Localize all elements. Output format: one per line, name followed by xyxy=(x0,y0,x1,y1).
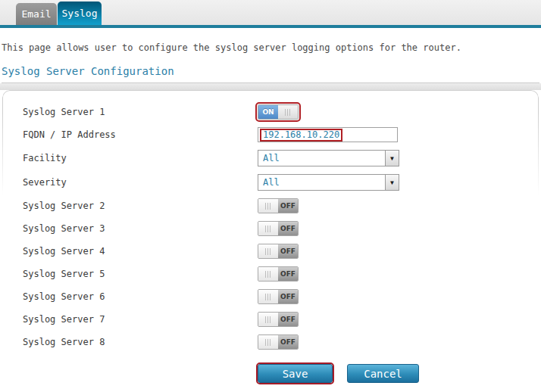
facility-select[interactable]: All ▼ xyxy=(258,150,399,166)
field-label: Syslog Server 4 xyxy=(2,246,258,257)
field-label: Facility xyxy=(2,153,258,163)
toggle-grip-icon xyxy=(258,244,278,258)
severity-select[interactable]: All ▼ xyxy=(258,174,399,191)
toggle-grip-icon xyxy=(258,290,278,303)
toggle-grip-icon xyxy=(258,335,278,349)
field-label: Syslog Server 2 xyxy=(2,201,258,211)
fqdn-ip-value: 192.168.10.220 xyxy=(260,129,342,142)
syslog-server-2-toggle[interactable]: OFF xyxy=(258,198,299,213)
form-row: Facility All ▼ xyxy=(2,146,539,170)
syslog-server-4-toggle[interactable]: OFF xyxy=(258,244,299,259)
header-divider xyxy=(0,25,541,28)
field-label: Syslog Server 5 xyxy=(2,269,258,279)
toggle-off-label: OFF xyxy=(278,335,298,349)
tab-email[interactable]: Email xyxy=(16,3,57,25)
form-row: Syslog Server 4 OFF xyxy=(2,240,539,263)
syslog-server-1-toggle[interactable]: ON xyxy=(258,104,299,120)
section-title: Syslog Server Configuration xyxy=(2,65,539,83)
form-row: Syslog Server 5 OFF xyxy=(2,263,539,285)
toggle-off-label: OFF xyxy=(278,290,298,303)
toggle-grip-icon xyxy=(258,313,278,326)
tab-email-label: Email xyxy=(21,8,51,20)
button-row: Save Cancel xyxy=(2,364,539,383)
toggle-off-label: OFF xyxy=(278,199,298,213)
field-label: Syslog Server 1 xyxy=(2,107,258,117)
toggle-off-label: OFF xyxy=(278,222,298,235)
syslog-server-3-toggle[interactable]: OFF xyxy=(258,221,299,236)
form-row: Syslog Server 6 OFF xyxy=(2,285,539,308)
form-row: Syslog Server 8 OFF xyxy=(2,331,539,353)
severity-select-value: All xyxy=(263,177,280,188)
cancel-button[interactable]: Cancel xyxy=(347,364,419,383)
syslog-config-panel: Syslog Server 1 ON FQDN / IP Address 192… xyxy=(2,90,539,392)
save-button[interactable]: Save xyxy=(258,364,333,383)
tab-bar: Email Syslog xyxy=(0,0,541,25)
toggle-grip-icon xyxy=(258,199,278,213)
syslog-server-6-toggle[interactable]: OFF xyxy=(258,289,299,304)
fqdn-ip-input[interactable]: 192.168.10.220 xyxy=(258,127,398,142)
form-row: Severity All ▼ xyxy=(2,170,539,194)
field-label: FQDN / IP Address xyxy=(2,129,258,140)
form-row: FQDN / IP Address 192.168.10.220 xyxy=(2,123,539,146)
section-divider xyxy=(0,83,541,90)
toggle-off-label: OFF xyxy=(278,313,298,326)
tab-syslog-label: Syslog xyxy=(62,8,98,19)
syslog-server-7-toggle[interactable]: OFF xyxy=(258,312,299,327)
page-description: This page allows user to configure the s… xyxy=(2,42,539,53)
form-row: Syslog Server 3 OFF xyxy=(2,217,539,240)
field-label: Syslog Server 7 xyxy=(2,314,258,325)
form-row: Syslog Server 1 ON xyxy=(2,101,539,123)
form-row: Syslog Server 7 OFF xyxy=(2,308,539,331)
toggle-grip-icon xyxy=(278,105,298,119)
tab-syslog[interactable]: Syslog xyxy=(58,2,102,25)
syslog-server-8-toggle[interactable]: OFF xyxy=(258,334,299,350)
facility-select-value: All xyxy=(263,153,280,163)
form-row: Syslog Server 2 OFF xyxy=(2,194,539,217)
field-label: Syslog Server 8 xyxy=(2,337,258,347)
dropdown-arrow-icon[interactable]: ▼ xyxy=(385,151,399,166)
field-label: Severity xyxy=(2,177,258,188)
field-label: Syslog Server 6 xyxy=(2,291,258,302)
toggle-off-label: OFF xyxy=(278,244,298,258)
toggle-off-label: OFF xyxy=(278,267,298,281)
toggle-grip-icon xyxy=(258,222,278,235)
syslog-server-5-toggle[interactable]: OFF xyxy=(258,266,299,282)
toggle-grip-icon xyxy=(258,267,278,281)
field-label: Syslog Server 3 xyxy=(2,223,258,234)
toggle-on-label: ON xyxy=(258,105,278,119)
dropdown-arrow-icon[interactable]: ▼ xyxy=(385,175,399,190)
